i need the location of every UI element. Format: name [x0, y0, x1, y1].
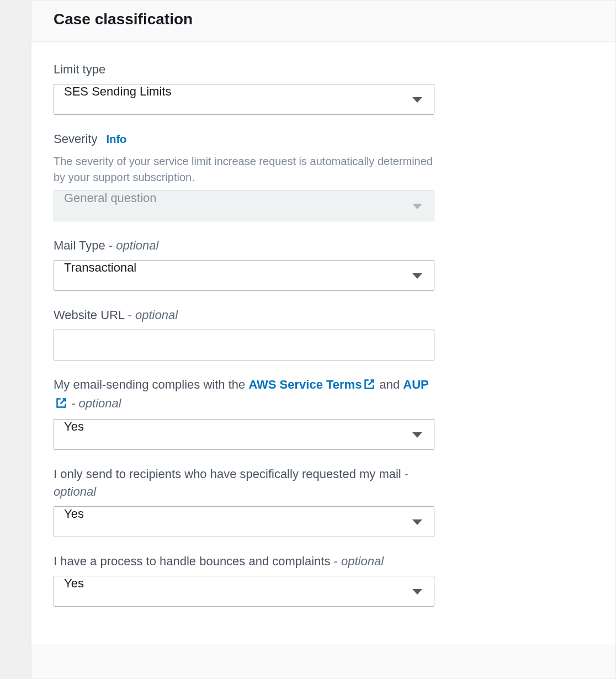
compliance-label-row: My email-sending complies with the AWS S… — [54, 376, 434, 413]
limit-type-label: Limit type — [54, 61, 434, 78]
field-compliance: My email-sending complies with the AWS S… — [54, 376, 434, 450]
aws-service-terms-link[interactable]: AWS Service Terms — [248, 378, 376, 391]
recipients-optional: optional — [54, 485, 96, 498]
bounces-label-row: I have a process to handle bounces and c… — [54, 553, 434, 570]
limit-type-select[interactable]: SES Sending Limits — [54, 84, 434, 115]
case-classification-panel: Case classification Limit type SES Sendi… — [31, 0, 616, 679]
compliance-prefix: My email-sending complies with the — [54, 378, 248, 391]
form-body: Limit type SES Sending Limits Severity I… — [31, 42, 615, 644]
website-url-label: Website URL — [54, 308, 124, 322]
compliance-optional: optional — [79, 396, 121, 410]
field-mail-type: Mail Type - optional Transactional — [54, 237, 434, 291]
severity-info-link[interactable]: Info — [107, 133, 127, 145]
field-severity: Severity Info The severity of your servi… — [54, 130, 434, 221]
compliance-select[interactable]: Yes — [54, 419, 434, 450]
mail-type-label-row: Mail Type - optional — [54, 237, 434, 254]
bounces-optional: optional — [341, 554, 384, 568]
severity-select: General question — [54, 190, 434, 221]
external-link-icon — [56, 396, 67, 413]
limit-type-value: SES Sending Limits — [64, 84, 171, 98]
field-website-url: Website URL - optional — [54, 306, 434, 360]
mail-type-select[interactable]: Transactional — [54, 260, 434, 291]
website-url-optional: optional — [135, 308, 178, 322]
bounces-value: Yes — [64, 576, 84, 590]
sidebar-stub — [0, 0, 31, 679]
website-url-label-row: Website URL - optional — [54, 306, 434, 324]
severity-value: General question — [64, 191, 157, 205]
caret-down-icon — [412, 204, 422, 209]
recipients-label-row: I only send to recipients who have speci… — [54, 465, 434, 501]
website-url-input[interactable] — [54, 330, 434, 360]
severity-hint: The severity of your service limit incre… — [54, 153, 434, 185]
field-recipients: I only send to recipients who have speci… — [54, 465, 434, 537]
recipients-label: I only send to recipients who have speci… — [54, 467, 401, 481]
recipients-select[interactable]: Yes — [54, 506, 434, 537]
mail-type-optional: optional — [116, 238, 158, 252]
bounces-label: I have a process to handle bounces and c… — [54, 554, 330, 568]
bounces-select[interactable]: Yes — [54, 576, 434, 607]
compliance-mid: and — [376, 378, 403, 391]
severity-label-row: Severity Info — [54, 130, 434, 148]
mail-type-label: Mail Type — [54, 238, 105, 252]
section-title: Case classification — [54, 10, 593, 28]
compliance-value: Yes — [64, 420, 84, 433]
mail-type-value: Transactional — [64, 261, 136, 274]
field-bounces: I have a process to handle bounces and c… — [54, 553, 434, 607]
recipients-value: Yes — [64, 507, 84, 521]
external-link-icon — [364, 377, 375, 395]
severity-label: Severity — [54, 132, 97, 146]
section-header: Case classification — [31, 1, 615, 42]
field-limit-type: Limit type SES Sending Limits — [54, 61, 434, 115]
